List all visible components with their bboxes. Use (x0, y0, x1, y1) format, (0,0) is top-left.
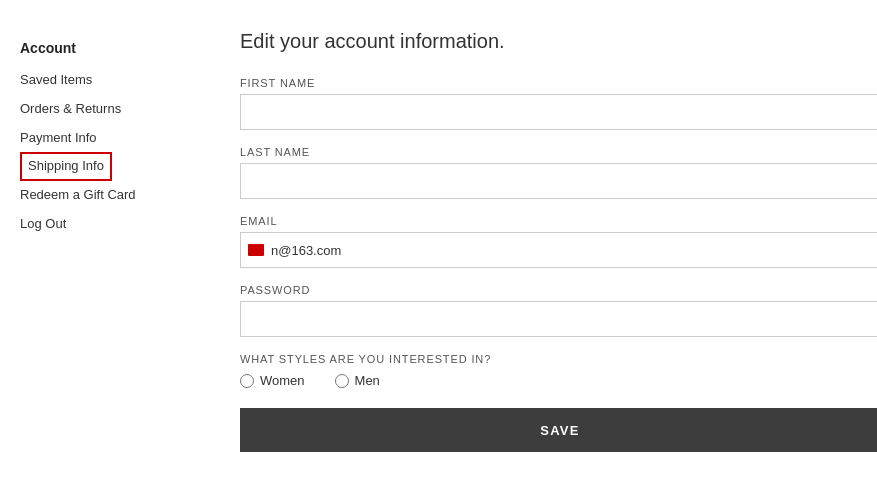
styles-section: WHAT STYLES ARE YOU INTERESTED IN? Women… (240, 353, 877, 388)
radio-men-input[interactable] (335, 374, 349, 388)
last-name-label: LAST NAME (240, 146, 877, 158)
main-content: Edit your account information. FIRST NAM… (180, 30, 877, 452)
password-label: PASSWORD (240, 284, 877, 296)
styles-radio-group: Women Men (240, 373, 877, 388)
sidebar-account-heading: Account (20, 40, 180, 56)
password-group: PASSWORD (240, 284, 877, 337)
sidebar-item-redeem-gift-card[interactable]: Redeem a Gift Card (20, 181, 180, 210)
page-title: Edit your account information. (240, 30, 877, 53)
password-input[interactable] (240, 301, 877, 337)
email-group: EMAIL (240, 215, 877, 268)
first-name-input[interactable] (240, 94, 877, 130)
save-button[interactable]: SAVE (240, 408, 877, 452)
first-name-label: FIRST NAME (240, 77, 877, 89)
radio-women-input[interactable] (240, 374, 254, 388)
radio-women[interactable]: Women (240, 373, 305, 388)
sidebar-item-saved-items[interactable]: Saved Items (20, 66, 180, 95)
email-label: EMAIL (240, 215, 877, 227)
sidebar: Account Saved Items Orders & Returns Pay… (20, 30, 180, 452)
sidebar-item-shipping-info[interactable]: Shipping Info (20, 152, 112, 181)
radio-men[interactable]: Men (335, 373, 380, 388)
email-input[interactable] (240, 232, 877, 268)
radio-women-label: Women (260, 373, 305, 388)
last-name-group: LAST NAME (240, 146, 877, 199)
last-name-input[interactable] (240, 163, 877, 199)
email-icon (248, 244, 264, 256)
sidebar-item-payment-info[interactable]: Payment Info (20, 124, 180, 153)
email-wrapper (240, 232, 877, 268)
first-name-group: FIRST NAME (240, 77, 877, 130)
radio-men-label: Men (355, 373, 380, 388)
sidebar-item-log-out[interactable]: Log Out (20, 210, 180, 239)
styles-label: WHAT STYLES ARE YOU INTERESTED IN? (240, 353, 877, 365)
sidebar-item-orders-returns[interactable]: Orders & Returns (20, 95, 180, 124)
